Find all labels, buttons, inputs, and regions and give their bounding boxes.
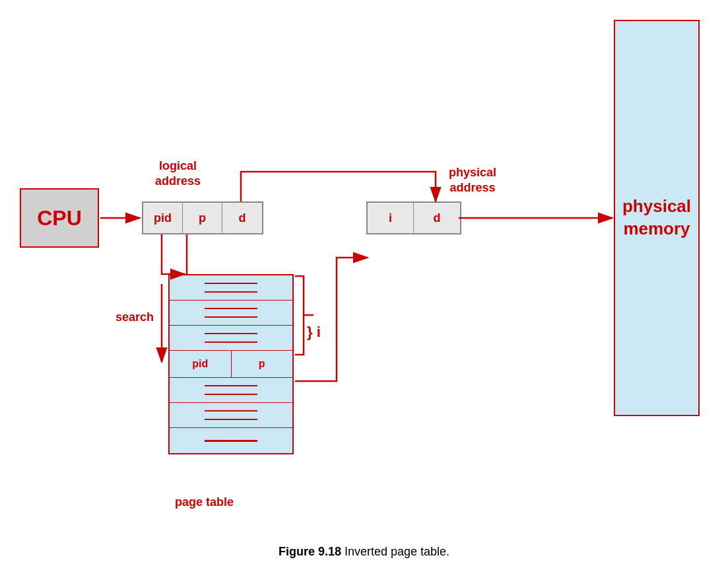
figure-caption: Figure 9.18 Inverted page table. (0, 545, 728, 559)
physical-address-box: i d (366, 201, 461, 234)
figure-description: Inverted page table. (341, 545, 449, 558)
cpu-label: CPU (37, 206, 82, 231)
figure-number: Figure 9.18 (279, 545, 341, 558)
pt-row-highlighted: pid p (170, 351, 292, 378)
logical-address-box: pid p d (142, 201, 263, 234)
pt-row-7 (170, 428, 292, 453)
diagram: CPU logicaladdress pid p d physicaladdre… (0, 0, 728, 572)
logical-addr-pid: pid (143, 203, 183, 233)
phys-addr-d: d (414, 203, 460, 233)
pt-row-2 (170, 301, 292, 326)
pt-cell-p: p (232, 351, 293, 377)
phys-addr-i: i (368, 203, 414, 233)
logical-addr-p: p (183, 203, 222, 233)
physical-memory-label: physical memory (615, 196, 698, 240)
pt-cell-pid: pid (170, 351, 232, 377)
logical-address-label: logicaladdress (155, 159, 201, 190)
page-table-box: pid p (168, 274, 294, 454)
physical-address-label: physicaladdress (449, 165, 496, 196)
logical-addr-d: d (222, 203, 262, 233)
physical-memory-box: physical memory (614, 20, 700, 416)
pt-row-5 (170, 378, 292, 403)
page-table-container: pid p (168, 274, 294, 454)
cpu-box: CPU (20, 188, 99, 248)
page-table-label: page table (175, 495, 234, 509)
pt-row-1 (170, 275, 292, 301)
pt-row-3 (170, 326, 292, 351)
i-label: } i (307, 324, 321, 341)
pt-row-6 (170, 403, 292, 428)
search-label: search (116, 310, 154, 324)
